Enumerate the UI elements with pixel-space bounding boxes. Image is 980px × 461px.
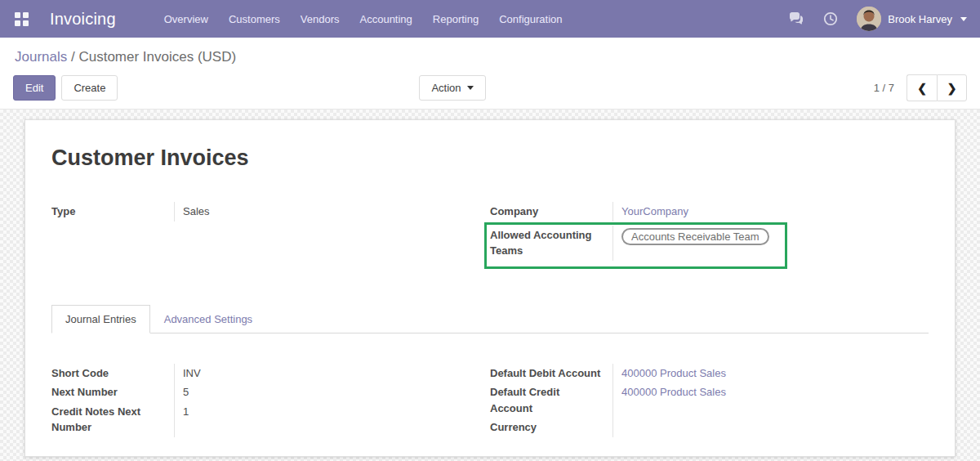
top-navbar: Invoicing Overview Customers Vendors Acc… <box>0 0 980 38</box>
menu-configuration[interactable]: Configuration <box>497 8 564 30</box>
navbar-right: Brook Harvey <box>788 7 967 31</box>
pager-prev-button[interactable]: ❮ <box>906 74 937 101</box>
menu-vendors[interactable]: Vendors <box>298 8 342 30</box>
pager-next-button[interactable]: ❯ <box>937 74 967 101</box>
edit-button[interactable]: Edit <box>13 75 56 101</box>
action-label: Action <box>431 82 461 95</box>
user-name: Brook Harvey <box>888 13 952 25</box>
default-credit-account-link[interactable]: 400000 Product Sales <box>621 386 726 398</box>
menu-customers[interactable]: Customers <box>226 8 283 30</box>
field-label-next-number: Next Number <box>51 383 175 402</box>
field-label-short-code: Short Code <box>51 364 175 383</box>
field-value-currency <box>613 418 621 421</box>
pager-count: 1 / 7 <box>874 82 894 94</box>
pager: ❮ ❯ <box>906 74 967 101</box>
field-row-type: Type Sales <box>51 202 342 222</box>
field-label-credit-notes-next-number: Credit Notes Next Number <box>51 402 175 437</box>
breadcrumb-separator: / <box>67 49 78 65</box>
field-group-left: Short Code INV Next Number 5 Credit Note… <box>51 364 342 437</box>
field-label-default-debit-account: Default Debit Account <box>490 364 613 383</box>
app-title: Invoicing <box>50 10 116 29</box>
menu-overview[interactable]: Overview <box>162 8 211 30</box>
accounting-team-badge[interactable]: Accounts Receivable Team <box>621 228 769 245</box>
field-value-credit-notes-next-number: 1 <box>175 402 189 422</box>
user-menu[interactable]: Brook Harvey <box>857 7 967 31</box>
notebook-tabs: Journal Entries Advanced Settings <box>51 305 929 333</box>
caret-down-icon <box>960 17 967 21</box>
field-group-right: Company YourCompany Allowed Accounting T… <box>490 202 781 269</box>
field-group-left: Type Sales <box>51 202 342 269</box>
journal-form-sheet: Customer Invoices Type Sales Company You… <box>24 119 956 457</box>
default-debit-account-link[interactable]: 400000 Product Sales <box>621 367 726 379</box>
field-row-allowed-accounting-teams-highlighted: Allowed Accounting Teams Accounts Receiv… <box>484 222 787 269</box>
field-row-credit-notes-next-number: Credit Notes Next Number 1 <box>51 402 342 437</box>
field-value-next-number: 5 <box>175 383 189 402</box>
bottom-field-groups: Short Code INV Next Number 5 Credit Note… <box>51 364 929 437</box>
apps-grid-icon[interactable] <box>15 12 29 26</box>
menu-reporting[interactable]: Reporting <box>430 8 481 30</box>
create-button[interactable]: Create <box>61 75 118 101</box>
field-label-allowed-accounting-teams: Allowed Accounting Teams <box>490 226 613 261</box>
field-value-type: Sales <box>175 202 210 222</box>
breadcrumb: Journals / Customer Invoices (USD) <box>15 49 967 65</box>
chat-bubbles-icon[interactable] <box>788 11 804 27</box>
field-row-company: Company YourCompany <box>490 202 781 222</box>
avatar <box>857 7 881 31</box>
caret-down-icon <box>467 86 474 90</box>
field-label-type: Type <box>51 202 175 222</box>
clock-icon[interactable] <box>822 11 839 27</box>
field-label-currency: Currency <box>490 418 613 437</box>
field-value-short-code: INV <box>175 364 201 383</box>
field-row-short-code: Short Code INV <box>51 364 342 383</box>
field-row-default-credit-account: Default Credit Account 400000 Product Sa… <box>490 383 781 418</box>
field-label-company: Company <box>490 202 613 222</box>
tab-advanced-settings[interactable]: Advanced Settings <box>150 305 266 333</box>
field-label-default-credit-account: Default Credit Account <box>490 383 613 418</box>
field-group-right: Default Debit Account 400000 Product Sal… <box>490 364 781 437</box>
page-title: Customer Invoices <box>51 145 929 171</box>
field-row-currency: Currency <box>490 418 781 437</box>
form-view-background: Customer Invoices Type Sales Company You… <box>0 110 980 461</box>
action-dropdown-button[interactable]: Action <box>419 75 485 101</box>
main-menu: Overview Customers Vendors Accounting Re… <box>162 8 565 30</box>
top-field-groups: Type Sales Company YourCompany Allowed A… <box>51 202 929 269</box>
breadcrumb-current: Customer Invoices (USD) <box>78 49 236 65</box>
control-panel: Journals / Customer Invoices (USD) Edit … <box>0 38 980 110</box>
field-row-default-debit-account: Default Debit Account 400000 Product Sal… <box>490 364 781 383</box>
menu-accounting[interactable]: Accounting <box>358 8 415 30</box>
field-row-next-number: Next Number 5 <box>51 383 342 402</box>
breadcrumb-journals[interactable]: Journals <box>15 49 67 65</box>
tab-journal-entries[interactable]: Journal Entries <box>51 305 150 333</box>
company-link[interactable]: YourCompany <box>621 205 688 217</box>
